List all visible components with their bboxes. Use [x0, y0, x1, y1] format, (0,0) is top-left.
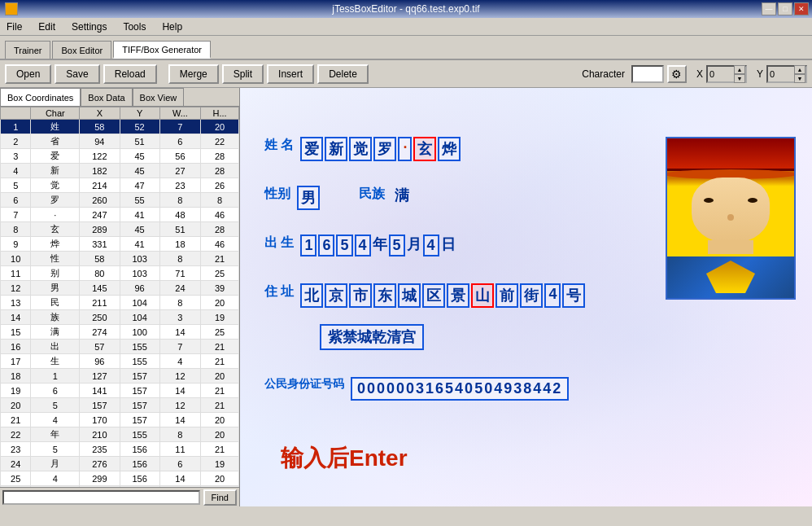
x-spinner[interactable]: ▲ ▼: [734, 65, 745, 83]
tab-tiff-generator[interactable]: TIFF/Box Generator: [113, 41, 211, 59]
close-button[interactable]: ✕: [794, 2, 809, 15]
table-row[interactable]: 25 4 299 156 14 20: [1, 471, 239, 486]
window-controls: — □ ✕: [762, 2, 809, 15]
minimize-button[interactable]: —: [762, 2, 776, 15]
addr-qu: 区: [422, 283, 445, 308]
table-row[interactable]: 7 · 247 41 48 46: [1, 208, 239, 222]
tab-box-data[interactable]: Box Data: [81, 88, 132, 106]
maximize-button[interactable]: □: [778, 2, 792, 15]
menu-file[interactable]: File: [3, 20, 25, 33]
char-box-male: 男: [297, 186, 320, 210]
enter-hint: 输入后Enter: [281, 443, 408, 474]
table-row[interactable]: 2 省 94 51 6 22: [1, 134, 239, 149]
insert-button[interactable]: Insert: [267, 64, 314, 84]
cell-w: 6: [159, 457, 200, 471]
find-input[interactable]: [2, 490, 200, 505]
cell-x: 289: [80, 222, 120, 237]
table-row[interactable]: 16 出 57 155 7 21: [1, 340, 239, 354]
menu-edit[interactable]: Edit: [35, 20, 59, 33]
char-box-luo: 罗: [373, 137, 396, 161]
x-up[interactable]: ▲: [734, 65, 745, 74]
cell-char: 新: [31, 164, 80, 178]
table-row[interactable]: 13 民 211 104 8 20: [1, 296, 239, 310]
char-box-xuan: 玄: [413, 137, 436, 161]
tab-box-editor[interactable]: Box Editor: [52, 41, 111, 59]
cell-y: 41: [120, 208, 159, 222]
cell-y: 155: [120, 354, 159, 369]
menu-bar: File Edit Settings Tools Help: [0, 18, 812, 36]
cell-x: 145: [80, 281, 120, 296]
cell-num: 21: [1, 413, 31, 427]
character-input[interactable]: [631, 65, 664, 83]
cell-w: 14: [159, 413, 200, 427]
addr-shi: 市: [349, 283, 372, 308]
table-row[interactable]: 1 姓 58 52 7 20: [1, 120, 239, 134]
save-button[interactable]: Save: [55, 64, 99, 84]
cell-x: 260: [80, 193, 120, 208]
table-row[interactable]: 21 4 170 157 14 20: [1, 413, 239, 427]
cell-x: 214: [80, 178, 120, 193]
table-row[interactable]: 11 别 80 103 71 25: [1, 266, 239, 281]
delete-button[interactable]: Delete: [317, 64, 369, 84]
addr-dong: 东: [373, 283, 396, 308]
open-button[interactable]: Open: [5, 64, 51, 84]
y-up[interactable]: ▲: [794, 65, 805, 74]
tab-trainer[interactable]: Trainer: [5, 41, 50, 59]
cell-x: 127: [80, 369, 120, 384]
table-row[interactable]: 24 月 276 156 6 19: [1, 457, 239, 471]
table-row[interactable]: 5 觉 214 47 23 26: [1, 178, 239, 193]
y-down[interactable]: ▼: [794, 74, 805, 83]
char-box-ye: 烨: [438, 137, 461, 161]
table-row[interactable]: 18 1 127 157 12 20: [1, 369, 239, 384]
table-row[interactable]: 9 烨 331 41 18 46: [1, 237, 239, 252]
cell-char: ·: [31, 208, 80, 222]
cell-h: 19: [201, 310, 239, 325]
tab-box-coordinates[interactable]: Box Coordinates: [0, 88, 81, 106]
tab-box-view[interactable]: Box View: [133, 88, 185, 106]
addr-cheng: 城: [398, 283, 421, 308]
id-label: 公民身份证号码: [264, 377, 344, 392]
gear-button[interactable]: ⚙: [667, 65, 687, 83]
birth-label: 出 生: [264, 235, 294, 252]
cell-h: 28: [201, 222, 239, 237]
table-row[interactable]: 19 6 141 157 14 21: [1, 384, 239, 398]
table-row[interactable]: 17 生 96 155 4 21: [1, 354, 239, 369]
table-row[interactable]: 15 满 274 100 14 25: [1, 325, 239, 340]
cell-char: 姓: [31, 120, 80, 134]
table-row[interactable]: 4 新 182 45 27 28: [1, 164, 239, 178]
menu-tools[interactable]: Tools: [120, 20, 149, 33]
cell-w: 8: [159, 193, 200, 208]
x-down[interactable]: ▼: [734, 74, 745, 83]
reload-button[interactable]: Reload: [103, 64, 157, 84]
cell-w: 14: [159, 471, 200, 486]
table-row[interactable]: 23 5 235 156 11 21: [1, 442, 239, 457]
table-row[interactable]: 20 5 157 157 12 21: [1, 398, 239, 413]
table-row[interactable]: 14 族 250 104 3 19: [1, 310, 239, 325]
cell-h: 21: [201, 252, 239, 266]
cell-num: 16: [1, 340, 31, 354]
table-row[interactable]: 8 玄 289 45 51 28: [1, 222, 239, 237]
cell-y: 103: [120, 266, 159, 281]
table-row[interactable]: 3 爱 122 45 56 28: [1, 149, 239, 164]
find-button[interactable]: Find: [203, 489, 237, 506]
y-spinner[interactable]: ▲ ▼: [794, 65, 805, 83]
birth-field: 出 生 1 6 5 4 年 5 月 4 日: [264, 235, 456, 256]
split-button[interactable]: Split: [222, 64, 264, 84]
cell-h: 26: [201, 178, 239, 193]
table-container[interactable]: Char X Y W... H... 1 姓 58 52 7 20 2 省 94…: [0, 107, 239, 487]
address-label: 住 址: [264, 283, 294, 300]
char-box-xin: 新: [325, 137, 347, 161]
cell-num: 8: [1, 222, 31, 237]
cell-y: 156: [120, 442, 159, 457]
birth-month-5: 5: [389, 235, 405, 256]
left-eye: [704, 198, 714, 203]
table-row[interactable]: 10 性 58 103 8 21: [1, 252, 239, 266]
table-row[interactable]: 6 罗 260 55 8 8: [1, 193, 239, 208]
table-row[interactable]: 12 男 145 96 24 39: [1, 281, 239, 296]
menu-settings[interactable]: Settings: [68, 20, 110, 33]
cell-w: 56: [159, 149, 200, 164]
menu-help[interactable]: Help: [159, 20, 186, 33]
table-row[interactable]: 22 年 210 155 8 20: [1, 427, 239, 442]
col-char: Char: [31, 107, 80, 120]
merge-button[interactable]: Merge: [168, 64, 219, 84]
